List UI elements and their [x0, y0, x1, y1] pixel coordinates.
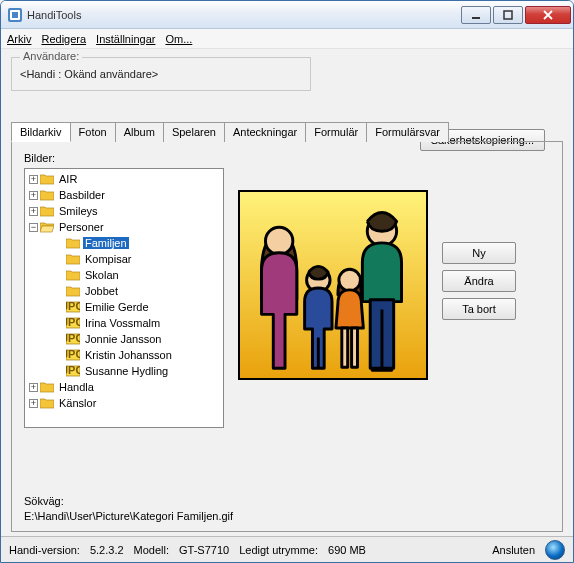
svg-text:JPG: JPG — [66, 317, 80, 328]
window-controls — [461, 6, 573, 24]
svg-rect-2 — [12, 12, 18, 18]
menu-om[interactable]: Om... — [165, 33, 192, 45]
window-title: HandiTools — [27, 9, 461, 21]
expand-icon[interactable]: + — [29, 191, 38, 200]
tab-album[interactable]: Album — [115, 122, 164, 142]
client-area: Användare: <Handi : Okänd användare> Säk… — [1, 49, 573, 536]
path-label: Sökväg: — [24, 494, 550, 508]
tree-node-kompisar[interactable]: Kompisar — [25, 251, 223, 267]
menu-redigera[interactable]: Redigera — [41, 33, 86, 45]
menu-installningar[interactable]: Inställningar — [96, 33, 155, 45]
top-row: Användare: <Handi : Okänd användare> Säk… — [11, 57, 563, 91]
svg-rect-3 — [472, 17, 480, 19]
tree-node-handla[interactable]: + Handla — [25, 379, 223, 395]
status-space-value: 690 MB — [328, 544, 366, 556]
new-button[interactable]: Ny — [442, 242, 516, 264]
tree-node-basbilder[interactable]: + Basbilder — [25, 187, 223, 203]
tree-node-emilie[interactable]: JPG Emilie Gerde — [25, 299, 223, 315]
tree-node-familjen[interactable]: Familjen — [25, 235, 223, 251]
svg-point-21 — [339, 269, 361, 291]
tree-node-kristin[interactable]: JPG Kristin Johansson — [25, 347, 223, 363]
svg-rect-22 — [342, 328, 348, 367]
folder-icon — [40, 205, 54, 217]
tree-node-air[interactable]: + AIR — [25, 171, 223, 187]
tab-panel-bildarkiv: Bilder: + AIR + Basbilder + — [11, 142, 563, 532]
image-file-icon: JPG — [66, 301, 80, 313]
close-button[interactable] — [525, 6, 571, 24]
folder-icon — [66, 285, 80, 297]
status-space-label: Ledigt utrymme: — [239, 544, 318, 556]
tree-node-personer[interactable]: − Personer — [25, 219, 223, 235]
path-value: E:\Handi\User\Picture\Kategori Familjen.… — [24, 509, 550, 523]
folder-open-icon — [40, 221, 54, 233]
app-icon — [7, 7, 23, 23]
bilder-label: Bilder: — [24, 152, 550, 164]
tab-bar: Bildarkiv Foton Album Spelaren Antecknin… — [11, 121, 563, 142]
status-version-value: 5.2.3.2 — [90, 544, 124, 556]
path-area: Sökväg: E:\Handi\User\Picture\Kategori F… — [24, 494, 550, 523]
tab-anteckningar[interactable]: Anteckningar — [224, 122, 306, 142]
expand-spacer — [55, 239, 64, 248]
folder-icon — [40, 189, 54, 201]
tab-foton[interactable]: Foton — [70, 122, 116, 142]
family-illustration — [240, 192, 426, 378]
titlebar: HandiTools — [1, 1, 573, 29]
status-version-label: Handi-version: — [9, 544, 80, 556]
tab-bildarkiv[interactable]: Bildarkiv — [11, 122, 71, 142]
side-buttons: Ny Ändra Ta bort — [442, 242, 516, 320]
tree-label-selected: Familjen — [83, 237, 129, 249]
svg-text:JPG: JPG — [66, 365, 80, 376]
user-value: <Handi : Okänd användare> — [20, 68, 302, 80]
svg-text:JPG: JPG — [66, 349, 80, 360]
tree-node-irina[interactable]: JPG Irina Vossmalm — [25, 315, 223, 331]
status-connection: Ansluten — [492, 544, 535, 556]
tab-formular[interactable]: Formulär — [305, 122, 367, 142]
window: HandiTools Arkiv Redigera Inställningar … — [0, 0, 574, 563]
status-model-label: Modell: — [134, 544, 169, 556]
preview-area: Ny Ändra Ta bort — [238, 168, 550, 484]
delete-button[interactable]: Ta bort — [442, 298, 516, 320]
menubar: Arkiv Redigera Inställningar Om... — [1, 29, 573, 49]
expand-icon[interactable]: + — [29, 207, 38, 216]
tree-node-skolan[interactable]: Skolan — [25, 267, 223, 283]
svg-rect-4 — [504, 11, 512, 19]
edit-button[interactable]: Ändra — [442, 270, 516, 292]
tab-formularsvar[interactable]: Formulärsvar — [366, 122, 449, 142]
folder-icon — [40, 381, 54, 393]
collapse-icon[interactable]: − — [29, 223, 38, 232]
tree-node-smileys[interactable]: + Smileys — [25, 203, 223, 219]
image-file-icon: JPG — [66, 349, 80, 361]
image-file-icon: JPG — [66, 317, 80, 329]
status-bar: Handi-version: 5.2.3.2 Modell: GT-S7710 … — [1, 536, 573, 562]
folder-icon — [40, 173, 54, 185]
menu-arkiv[interactable]: Arkiv — [7, 33, 31, 45]
image-file-icon: JPG — [66, 365, 80, 377]
mid-area: + AIR + Basbilder + Smileys — [24, 168, 550, 484]
tree-view[interactable]: + AIR + Basbilder + Smileys — [24, 168, 224, 428]
folder-icon — [66, 269, 80, 281]
tree-node-jonnie[interactable]: JPG Jonnie Jansson — [25, 331, 223, 347]
expand-icon[interactable]: + — [29, 383, 38, 392]
vista-orb-icon — [545, 540, 565, 560]
image-file-icon: JPG — [66, 333, 80, 345]
user-group: Användare: <Handi : Okänd användare> — [11, 57, 311, 91]
status-model-value: GT-S7710 — [179, 544, 229, 556]
tab-spelaren[interactable]: Spelaren — [163, 122, 225, 142]
folder-icon — [66, 253, 80, 265]
svg-point-16 — [265, 227, 292, 254]
folder-icon — [66, 237, 80, 249]
tree-node-jobbet[interactable]: Jobbet — [25, 283, 223, 299]
user-group-legend: Användare: — [20, 50, 82, 62]
tree-node-susanne[interactable]: JPG Susanne Hydling — [25, 363, 223, 379]
svg-rect-23 — [352, 328, 358, 367]
folder-icon — [40, 397, 54, 409]
minimize-button[interactable] — [461, 6, 491, 24]
maximize-button[interactable] — [493, 6, 523, 24]
tree-node-kanslor[interactable]: + Känslor — [25, 395, 223, 411]
image-preview — [238, 190, 428, 380]
expand-icon[interactable]: + — [29, 399, 38, 408]
expand-icon[interactable]: + — [29, 175, 38, 184]
svg-text:JPG: JPG — [66, 301, 80, 312]
svg-text:JPG: JPG — [66, 333, 80, 344]
